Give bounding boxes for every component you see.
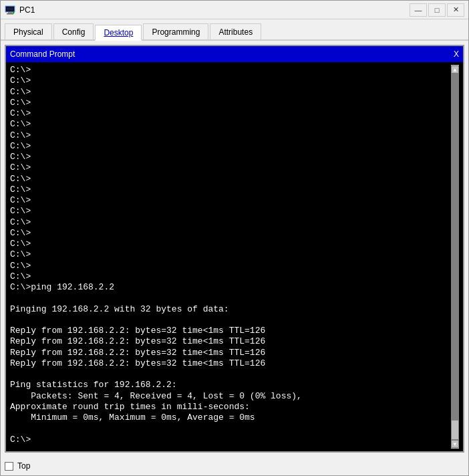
main-content: Command Prompt X C:\> C:\> C:\> C:\> C:\… — [1, 41, 468, 457]
svg-rect-2 — [8, 12, 12, 13]
tab-config[interactable]: Config — [53, 23, 94, 39]
scrollbar-track[interactable] — [451, 74, 459, 440]
cmd-title: Command Prompt — [10, 49, 454, 59]
app-icon — [5, 5, 15, 15]
tab-bar: Physical Config Desktop Programming Attr… — [1, 19, 468, 41]
scrollbar-thumb[interactable] — [451, 420, 459, 440]
titlebar: PC1 — □ ✕ — [1, 1, 468, 19]
window-title: PC1 — [19, 5, 410, 15]
main-window: PC1 — □ ✕ Physical Config Desktop Progra… — [0, 0, 469, 476]
maximize-button[interactable]: □ — [428, 3, 446, 17]
svg-rect-5 — [7, 7, 13, 11]
top-checkbox[interactable] — [5, 462, 13, 471]
scrollbar-down-button[interactable]: ▼ — [451, 440, 459, 448]
window-controls: — □ ✕ — [410, 3, 464, 17]
tab-attributes[interactable]: Attributes — [210, 23, 261, 39]
cmd-body[interactable]: C:\> C:\> C:\> C:\> C:\> C:\> C:\> C:\> … — [6, 62, 463, 451]
top-label: Top — [17, 461, 30, 471]
tab-physical[interactable]: Physical — [5, 23, 52, 39]
cmd-output: C:\> C:\> C:\> C:\> C:\> C:\> C:\> C:\> … — [10, 65, 451, 449]
tab-desktop[interactable]: Desktop — [95, 25, 142, 41]
svg-rect-3 — [7, 13, 13, 15]
cmd-scrollbar: ▲ ▼ — [451, 65, 459, 449]
minimize-button[interactable]: — — [410, 3, 427, 17]
cmd-close-button[interactable]: X — [454, 49, 459, 59]
svg-point-6 — [13, 11, 15, 13]
tab-programming[interactable]: Programming — [143, 23, 208, 39]
close-button[interactable]: ✕ — [447, 3, 464, 17]
scrollbar-up-button[interactable]: ▲ — [451, 66, 459, 74]
cmd-titlebar: Command Prompt X — [6, 46, 463, 62]
cmd-window: Command Prompt X C:\> C:\> C:\> C:\> C:\… — [5, 45, 464, 453]
bottom-bar: Top — [1, 457, 468, 475]
